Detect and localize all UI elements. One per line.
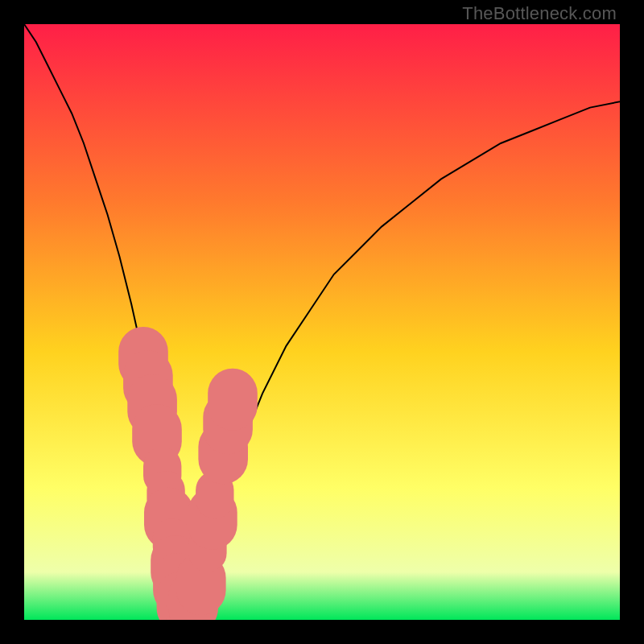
plot-svg [24,24,620,620]
watermark-text: TheBottleneck.com [462,3,617,24]
plot-area [24,24,620,620]
chart-frame: TheBottleneck.com [0,0,644,644]
data-marker [208,369,258,431]
gradient-background [24,24,620,620]
